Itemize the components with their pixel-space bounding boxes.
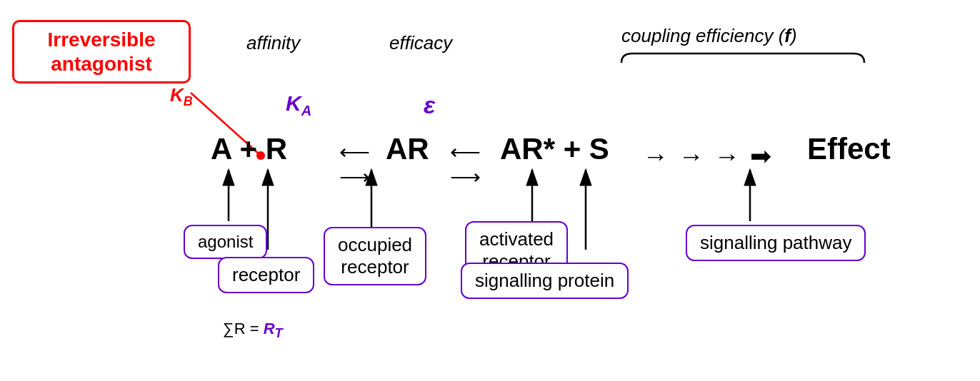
eq-arrow1: ⟵⟶	[339, 139, 370, 189]
eq-multi-arrow: → → → ➡	[643, 141, 773, 171]
signalling-pathway-box: signalling pathway	[686, 225, 866, 261]
kb-label: KB	[170, 84, 193, 109]
eq-a-plus-r: A + R	[211, 132, 287, 166]
sum-rt-label: ∑R = RT	[223, 320, 283, 341]
signalling-protein-box: signalling protein	[461, 263, 629, 299]
eq-arrow2: ⟵⟶	[450, 139, 481, 189]
epsilon-label: ε	[424, 91, 435, 119]
occupied-receptor-box: occupiedreceptor	[324, 227, 426, 285]
efficacy-label: efficacy	[389, 32, 452, 54]
eq-effect: Effect	[807, 132, 891, 166]
eq-arstar-plus-s: AR* + S	[500, 132, 609, 166]
agonist-box: agonist	[184, 225, 267, 259]
eq-ar: AR	[386, 132, 429, 166]
irreversible-antagonist-box: Irreversible antagonist	[12, 20, 191, 83]
affinity-label: affinity	[246, 32, 300, 54]
kb-text: KB	[170, 84, 193, 106]
diagram-container: Irreversible antagonist KB affinity effi…	[0, 0, 980, 381]
irreversible-antagonist-label: Irreversible antagonist	[48, 29, 156, 75]
ka-label: KA	[286, 91, 311, 119]
coupling-label: coupling efficiency (f)	[621, 25, 797, 47]
receptor-box: receptor	[218, 257, 314, 293]
